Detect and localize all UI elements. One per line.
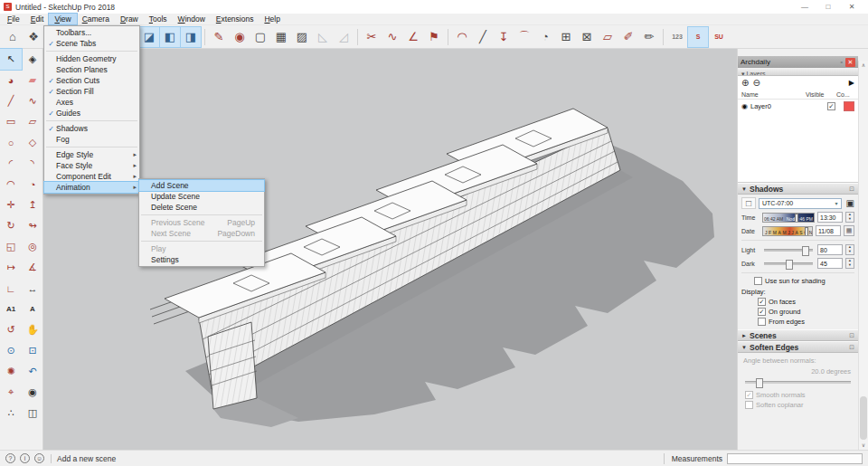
menu-item-shadows[interactable]: Shadows [44,123,139,134]
on-ground-checkbox[interactable]: ✓ On ground [758,308,854,316]
hatch-icon[interactable]: ▨ [292,27,312,47]
curve-icon[interactable]: ∿ [382,27,402,47]
sphere-icon[interactable]: ◔ [535,27,555,47]
box-arrow-icon[interactable]: ⊠ [577,27,597,47]
menu-file[interactable]: File [2,14,25,24]
grid-icon[interactable]: ▦ [271,27,291,47]
scenes-panel-header[interactable]: ► Scenes ⊡ [738,329,858,341]
tape-measure-icon[interactable]: ↦ [0,257,22,278]
map-icon[interactable]: ▱ [598,27,618,47]
rectangle-icon[interactable]: ▭ [0,111,22,132]
layer-color-swatch[interactable] [844,101,854,111]
box-view-icon[interactable]: ❖ [24,27,43,47]
menu-item-next-scene[interactable]: Next Scene PageDown [139,228,264,239]
pencil-icon[interactable]: ✎ [209,27,229,47]
menu-item-section-cuts[interactable]: Section Cuts [44,75,139,86]
brush-icon[interactable]: ✐ [618,27,638,47]
menu-item-guides[interactable]: Guides [44,108,139,119]
spin-down-icon[interactable]: ▾ [849,250,851,254]
time-slider[interactable]: 06:42 AM Noon 04:46 PM [762,213,815,223]
zoom-extents-icon[interactable]: ✺ [0,361,22,382]
dark-slider-thumb[interactable] [786,260,793,270]
detach-panel-icon[interactable]: ⊡ [849,332,854,339]
menu-item-section-fill[interactable]: Section Fill [44,86,139,97]
polygon-icon[interactable]: ◇ [22,132,43,153]
menu-item-face-style[interactable]: Face Style [44,160,139,171]
add-layer-icon[interactable]: ⊕ [741,78,749,88]
section-plane-icon[interactable]: ◪ [139,27,159,47]
orbit-tool-icon[interactable]: ↺ [0,319,22,340]
freehand-icon[interactable]: ∿ [22,90,43,111]
remove-layer-icon[interactable]: ⊖ [752,78,760,88]
menu-item-animation[interactable]: Animation [44,182,139,193]
scale-tool-icon[interactable]: ◱ [0,236,22,257]
scroll-down-icon[interactable]: ∨ [859,441,868,450]
dark-slider[interactable] [764,262,813,265]
dark-input[interactable]: 45 [817,258,843,269]
light-stepper[interactable]: ▴ ▾ [845,244,854,255]
date-input[interactable]: 11/08 [816,225,841,236]
pan-tool-icon[interactable]: ✋ [22,319,43,340]
menu-view[interactable]: View [49,14,76,24]
lips-icon[interactable]: S [688,27,708,47]
shadow-display-icon[interactable]: ▣ [846,198,854,208]
menu-edit[interactable]: Edit [25,14,50,24]
menu-camera[interactable]: Camera [77,14,115,24]
make-component-icon[interactable]: ◈ [22,49,43,70]
section-tool-icon[interactable]: ◫ [22,403,43,423]
use-sun-checkbox[interactable]: Use sun for shading [754,277,854,285]
menu-window[interactable]: Window [173,14,211,24]
menu-item-add-scene[interactable]: Add Scene [139,180,264,191]
close-button[interactable]: ✕ [846,3,857,11]
zoom-tool-icon[interactable]: ⊙ [0,340,22,361]
display-section-cuts-icon[interactable]: ◨ [181,27,201,47]
arc-detail-icon[interactable]: ⌒ [514,27,534,47]
light-slider[interactable] [764,249,813,252]
tray-scrollbar[interactable]: ∧ ∨ [858,61,868,450]
on-faces-checkbox[interactable]: ✓ On faces [758,298,854,306]
help-icon[interactable]: ? [5,453,15,463]
diagonal-icon-1[interactable]: ◺ [313,27,333,47]
walk-tool-icon[interactable]: ∴ [0,403,22,423]
menu-item-update-scene[interactable]: Update Scene [139,191,264,202]
light-input[interactable]: 80 [817,244,843,255]
shadows-panel-header[interactable]: ▼ Shadows ⊡ [738,183,858,195]
rotate-tool-icon[interactable]: ↻ [0,215,22,236]
soften-coplanar-checkbox[interactable]: Soften coplanar [745,401,853,409]
angle-icon[interactable]: ∠ [403,27,423,47]
spin-down-icon[interactable]: ▾ [849,217,851,222]
push-pull-icon[interactable]: ↥ [22,195,43,215]
display-section-planes-icon[interactable]: ◧ [160,27,180,47]
offset-icon[interactable]: ◎ [22,236,43,257]
zoom-window-icon[interactable]: ⊡ [22,340,43,361]
eraser-icon[interactable]: ◉ [230,27,250,47]
pen-icon[interactable]: ✏ [639,27,659,47]
menu-item-component-edit[interactable]: Component Edit [44,171,139,182]
soften-edges-panel-header[interactable]: ▼ Soften Edges ⊡ [738,341,858,353]
user-icon[interactable]: ☺ [34,453,44,463]
scrollbar-thumb[interactable] [860,396,867,440]
layer-options-icon[interactable]: ▶ [849,79,854,87]
menu-tools[interactable]: Tools [144,14,173,24]
two-point-arc-icon[interactable]: ◝ [22,153,43,174]
menu-item-section-planes[interactable]: Section Planes [44,64,139,75]
info-icon[interactable]: i [20,453,30,463]
tray-close-icon[interactable]: ✕ [845,58,855,67]
terrain-icon[interactable]: ◠ [452,27,472,47]
axes-tool-icon[interactable]: ∟ [0,278,22,299]
time-slider-thumb[interactable] [795,214,798,223]
pin-icon[interactable]: ▫ [841,59,843,65]
measurements-input[interactable] [727,453,863,464]
text-tool-icon[interactable]: A1 [0,299,22,319]
line-tool-icon[interactable]: ╱ [0,90,22,111]
minimize-button[interactable]: — [799,3,810,11]
layers-panel-header[interactable]: ▾ Layers [738,68,858,76]
from-edges-checkbox[interactable]: From edges [758,318,854,326]
previous-view-icon[interactable]: ↶ [22,361,43,382]
dark-stepper[interactable]: ▴ ▾ [845,258,854,269]
detach-panel-icon[interactable]: ⊡ [849,344,854,351]
spin-down-icon[interactable]: ▾ [849,263,851,268]
move-tool-icon[interactable]: ✛ [0,195,22,215]
active-layer-radio[interactable]: ◉ [741,102,748,110]
layer-row[interactable]: ◉ Layer0 ✓ [738,100,858,112]
